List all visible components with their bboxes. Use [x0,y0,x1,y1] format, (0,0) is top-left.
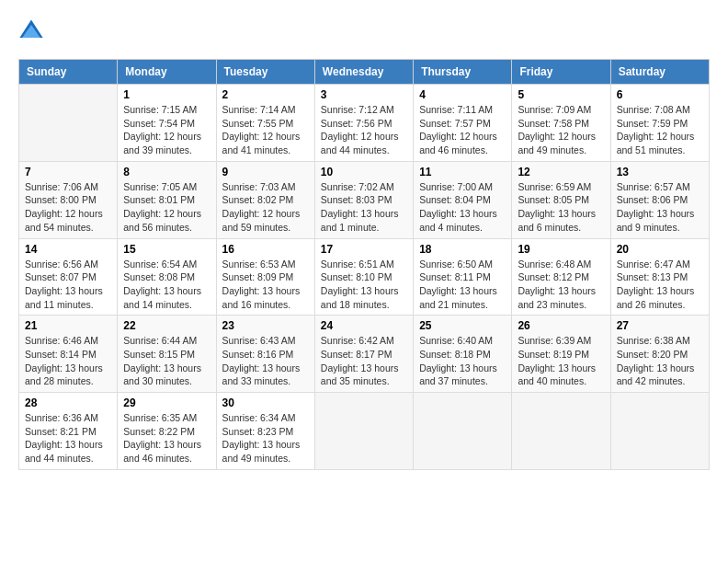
day-number: 18 [419,243,506,256]
day-number: 29 [123,396,210,409]
day-number: 20 [617,243,703,256]
calendar-cell: 22Sunrise: 6:44 AMSunset: 8:15 PMDayligh… [118,316,216,393]
day-info: Sunrise: 6:47 AMSunset: 8:13 PMDaylight:… [617,258,703,312]
calendar-cell: 20Sunrise: 6:47 AMSunset: 8:13 PMDayligh… [610,238,709,316]
day-number: 14 [25,243,111,256]
weekday-header: Wednesday [314,60,413,85]
day-number: 23 [222,319,309,332]
calendar-week-row: 1Sunrise: 7:15 AMSunset: 7:54 PMDaylight… [19,85,710,162]
day-number: 3 [321,88,407,101]
day-info: Sunrise: 6:54 AMSunset: 8:08 PMDaylight:… [123,258,210,312]
day-number: 22 [123,319,210,332]
day-number: 1 [123,88,210,101]
calendar-cell: 27Sunrise: 6:38 AMSunset: 8:20 PMDayligh… [610,316,709,393]
calendar-cell: 4Sunrise: 7:11 AMSunset: 7:57 PMDaylight… [414,85,512,162]
logo-icon [18,18,44,44]
day-info: Sunrise: 6:44 AMSunset: 8:15 PMDaylight:… [123,334,210,388]
calendar-cell: 12Sunrise: 6:59 AMSunset: 8:05 PMDayligh… [512,161,610,238]
calendar-cell: 14Sunrise: 6:56 AMSunset: 8:07 PMDayligh… [19,238,118,316]
day-info: Sunrise: 7:09 AMSunset: 7:58 PMDaylight:… [518,103,604,157]
day-info: Sunrise: 6:38 AMSunset: 8:20 PMDaylight:… [617,334,703,388]
calendar-cell: 16Sunrise: 6:53 AMSunset: 8:09 PMDayligh… [216,238,314,316]
day-info: Sunrise: 6:53 AMSunset: 8:09 PMDaylight:… [222,258,309,312]
logo [18,18,46,44]
day-info: Sunrise: 6:51 AMSunset: 8:10 PMDaylight:… [321,258,407,312]
day-info: Sunrise: 6:39 AMSunset: 8:19 PMDaylight:… [518,334,604,388]
calendar-cell: 26Sunrise: 6:39 AMSunset: 8:19 PMDayligh… [512,316,610,393]
day-info: Sunrise: 6:34 AMSunset: 8:23 PMDaylight:… [222,411,309,465]
day-number: 28 [25,396,111,409]
calendar-cell: 2Sunrise: 7:14 AMSunset: 7:55 PMDaylight… [216,85,314,162]
day-info: Sunrise: 6:43 AMSunset: 8:16 PMDaylight:… [222,334,309,388]
day-info: Sunrise: 6:50 AMSunset: 8:11 PMDaylight:… [419,258,506,312]
calendar-cell: 7Sunrise: 7:06 AMSunset: 8:00 PMDaylight… [19,161,118,238]
day-info: Sunrise: 6:36 AMSunset: 8:21 PMDaylight:… [25,411,111,465]
weekday-header: Monday [118,60,216,85]
day-number: 19 [518,243,604,256]
calendar-cell: 8Sunrise: 7:05 AMSunset: 8:01 PMDaylight… [118,161,216,238]
day-number: 8 [123,166,210,178]
calendar-cell: 13Sunrise: 6:57 AMSunset: 8:06 PMDayligh… [610,161,709,238]
calendar-week-row: 7Sunrise: 7:06 AMSunset: 8:00 PMDaylight… [19,161,710,238]
calendar-cell [19,85,118,162]
day-number: 15 [123,243,210,256]
weekday-header: Thursday [414,60,512,85]
day-number: 7 [25,166,111,178]
calendar-cell: 18Sunrise: 6:50 AMSunset: 8:11 PMDayligh… [414,238,512,316]
day-number: 4 [419,88,506,101]
calendar-week-row: 28Sunrise: 6:36 AMSunset: 8:21 PMDayligh… [19,393,710,470]
day-number: 13 [617,166,703,178]
calendar-cell [512,393,610,470]
day-number: 16 [222,243,309,256]
calendar-cell: 30Sunrise: 6:34 AMSunset: 8:23 PMDayligh… [216,393,314,470]
calendar-cell [314,393,413,470]
calendar-cell: 17Sunrise: 6:51 AMSunset: 8:10 PMDayligh… [314,238,413,316]
calendar-cell: 5Sunrise: 7:09 AMSunset: 7:58 PMDaylight… [512,85,610,162]
day-number: 9 [222,166,309,178]
weekday-header-row: SundayMondayTuesdayWednesdayThursdayFrid… [19,60,710,85]
calendar-cell [610,393,709,470]
calendar-cell: 3Sunrise: 7:12 AMSunset: 7:56 PMDaylight… [314,85,413,162]
calendar-cell: 25Sunrise: 6:40 AMSunset: 8:18 PMDayligh… [414,316,512,393]
calendar-cell: 21Sunrise: 6:46 AMSunset: 8:14 PMDayligh… [19,316,118,393]
calendar-cell: 6Sunrise: 7:08 AMSunset: 7:59 PMDaylight… [610,85,709,162]
day-info: Sunrise: 6:56 AMSunset: 8:07 PMDaylight:… [25,258,111,312]
day-info: Sunrise: 6:35 AMSunset: 8:22 PMDaylight:… [123,411,210,465]
weekday-header: Friday [512,60,610,85]
day-info: Sunrise: 6:59 AMSunset: 8:05 PMDaylight:… [518,180,604,235]
day-info: Sunrise: 7:11 AMSunset: 7:57 PMDaylight:… [419,103,506,157]
calendar-body: 1Sunrise: 7:15 AMSunset: 7:54 PMDaylight… [19,85,710,470]
page-header [18,18,710,44]
weekday-header: Saturday [610,60,709,85]
day-info: Sunrise: 7:15 AMSunset: 7:54 PMDaylight:… [123,103,210,157]
day-number: 17 [321,243,407,256]
day-info: Sunrise: 7:02 AMSunset: 8:03 PMDaylight:… [321,180,407,235]
calendar-cell: 19Sunrise: 6:48 AMSunset: 8:12 PMDayligh… [512,238,610,316]
day-number: 21 [25,319,111,332]
day-number: 2 [222,88,309,101]
day-info: Sunrise: 7:05 AMSunset: 8:01 PMDaylight:… [123,180,210,235]
calendar-week-row: 14Sunrise: 6:56 AMSunset: 8:07 PMDayligh… [19,238,710,316]
day-number: 25 [419,319,506,332]
calendar-week-row: 21Sunrise: 6:46 AMSunset: 8:14 PMDayligh… [19,316,710,393]
calendar-cell: 10Sunrise: 7:02 AMSunset: 8:03 PMDayligh… [314,161,413,238]
day-info: Sunrise: 7:06 AMSunset: 8:00 PMDaylight:… [25,180,111,235]
day-info: Sunrise: 6:46 AMSunset: 8:14 PMDaylight:… [25,334,111,388]
day-info: Sunrise: 7:12 AMSunset: 7:56 PMDaylight:… [321,103,407,157]
calendar-cell: 11Sunrise: 7:00 AMSunset: 8:04 PMDayligh… [414,161,512,238]
calendar-cell: 28Sunrise: 6:36 AMSunset: 8:21 PMDayligh… [19,393,118,470]
day-number: 10 [321,166,407,178]
day-info: Sunrise: 7:03 AMSunset: 8:02 PMDaylight:… [222,180,309,235]
calendar-cell: 29Sunrise: 6:35 AMSunset: 8:22 PMDayligh… [118,393,216,470]
day-number: 5 [518,88,604,101]
calendar-cell: 1Sunrise: 7:15 AMSunset: 7:54 PMDaylight… [118,85,216,162]
calendar-cell: 24Sunrise: 6:42 AMSunset: 8:17 PMDayligh… [314,316,413,393]
day-info: Sunrise: 6:40 AMSunset: 8:18 PMDaylight:… [419,334,506,388]
day-number: 6 [617,88,703,101]
calendar-cell: 15Sunrise: 6:54 AMSunset: 8:08 PMDayligh… [118,238,216,316]
calendar-cell [414,393,512,470]
weekday-header: Tuesday [216,60,314,85]
weekday-header: Sunday [19,60,118,85]
day-info: Sunrise: 7:00 AMSunset: 8:04 PMDaylight:… [419,180,506,235]
day-number: 26 [518,319,604,332]
